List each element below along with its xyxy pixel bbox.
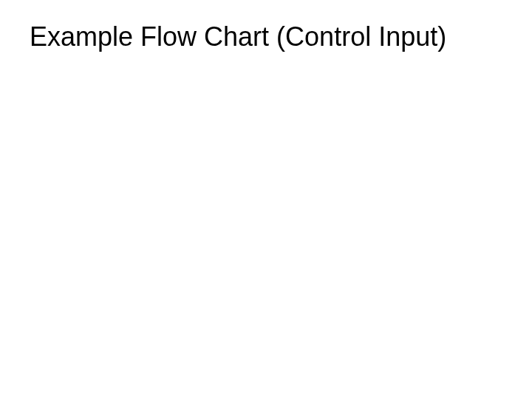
slide-container: Example Flow Chart (Control Input) [0, 0, 532, 399]
slide-title: Example Flow Chart (Control Input) [30, 21, 502, 52]
